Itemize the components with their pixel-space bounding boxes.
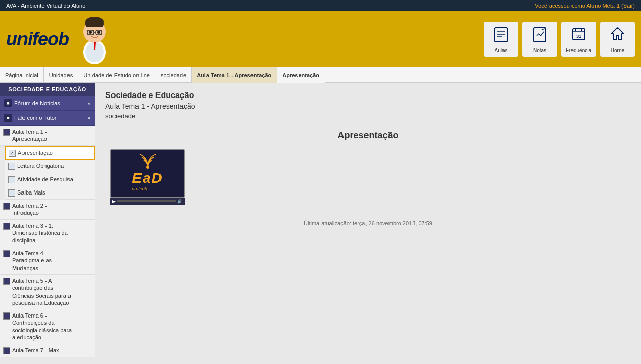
aula3-label: Aula Tema 3 - 1.Dimensão histórica dadis… [12,222,91,244]
aula2-checkbox [3,203,10,210]
top-bar: AVA - Ambiente Virtual do Aluno Você ace… [0,0,641,11]
ead-sub: unifeob [132,186,163,191]
atividade-checkbox [8,176,15,183]
svg-line-16 [542,29,545,30]
forum-arrow: » [87,101,90,106]
sidebar-item-aula2[interactable]: Aula Tema 2 -Introdução [0,200,95,220]
sidebar-title: SOCIEDADE E EDUCAÇÃO [0,83,95,96]
svg-point-9 [97,31,100,34]
sidebar-item-aula6[interactable]: Aula Tema 6 -Contribuições dasociologia … [0,309,95,344]
nav-icons: Aulas Notas 31 Frequência Home [484,22,635,57]
sidebar-item-saiba[interactable]: Saiba Mais [5,186,95,200]
sidebar: SOCIEDADE E EDUCAÇÃO ■ Fórum de Notícias… [0,83,95,364]
forum-label: Fórum de Notícias [14,100,60,106]
sidebar-item-aula7[interactable]: Aula Tema 7 - Max [0,344,95,357]
user-name[interactable]: Aluno Meta 1 (Sair) [586,3,635,9]
notas-icon [532,26,548,45]
svg-rect-4 [85,21,104,27]
fale-label: Fale com o Tutor [14,115,57,121]
user-info: Você acessou como Aluno Meta 1 (Sair) [535,3,635,9]
logo-area: unifeob [6,14,115,65]
fale-icon: ■ [4,114,12,122]
breadcrumb-apresentacao[interactable]: Apresentação [277,67,325,83]
saiba-checkbox [8,189,15,197]
breadcrumb: Página inicial Unidades Unidade de Estud… [0,67,641,83]
svg-text:31: 31 [576,34,581,39]
aula7-checkbox [3,347,10,354]
aula5-label: Aula Tema 5 - Acontribuição dasCiências … [12,277,91,306]
video-progress-bar [117,200,176,202]
sidebar-item-aula1[interactable]: Aula Tema 1 -Apresentação [0,126,95,146]
aula1-label: Aula Tema 1 -Apresentação [12,128,91,143]
frequencia-icon: 31 [570,26,587,45]
frequencia-button[interactable]: 31 Frequência [561,22,596,57]
breadcrumb-aula-tema1[interactable]: Aula Tema 1 - Apresentação [192,67,277,83]
aulas-button[interactable]: Aulas [484,22,518,57]
aulas-icon [493,26,509,45]
frequencia-label: Frequência [566,47,591,53]
aula6-label: Aula Tema 6 -Contribuições dasociologia … [12,312,91,341]
video-thumbnail[interactable]: EaD unifeob [110,149,185,198]
breadcrumb-unidade-estudo[interactable]: Unidade de Estudo on-line [78,67,155,83]
app-title: AVA - Ambiente Virtual do Aluno [6,3,85,9]
sidebar-item-leitura[interactable]: Leitura Obrigatória [5,160,95,173]
breadcrumb-pagina-inicial[interactable]: Página inicial [0,67,44,83]
aula4-label: Aula Tema 4 -Paradigma e asMudanças [12,250,91,272]
svg-rect-11 [495,28,507,42]
home-button[interactable]: Home [600,22,635,57]
volume-button[interactable]: 🔊 [177,199,182,204]
last-update: Última atualização: terça, 26 novembro 2… [105,220,631,226]
svg-marker-22 [611,28,624,40]
apresentacao-checkbox: ✓ [9,150,16,157]
logo[interactable]: unifeob [6,30,69,48]
header: unifeob [0,11,641,67]
content-area: Sociedade e Educação Aula Tema 1 - Apres… [95,83,641,364]
aula1-checkbox [3,129,10,136]
notas-label: Notas [533,47,546,53]
svg-point-23 [146,166,149,169]
breadcrumb-sociedade[interactable]: sociedade [155,67,192,83]
notas-button[interactable]: Notas [522,22,557,57]
forum-button[interactable]: ■ Fórum de Notícias » [0,96,95,111]
svg-point-8 [89,31,92,34]
atividade-label: Atividade de Pesquisa [17,176,91,183]
play-button[interactable]: ▶ [112,199,116,204]
leitura-checkbox [8,163,15,170]
aula3-checkbox [3,223,10,230]
ead-text: EaD [132,170,163,186]
video-controls[interactable]: ▶ 🔊 [110,198,185,205]
sidebar-item-aula5[interactable]: Aula Tema 5 - Acontribuição dasCiências … [0,275,95,309]
sidebar-item-apresentacao[interactable]: ✓ Apresentação [5,146,95,160]
apresentacao-label: Apresentação [18,149,91,156]
sidebar-item-aula3[interactable]: Aula Tema 3 - 1.Dimensão histórica dadis… [0,220,95,247]
user-text: Você acessou como [535,3,586,9]
aula6-checkbox [3,312,10,320]
content-subtitle: Aula Tema 1 - Apresentação [105,102,631,110]
saiba-label: Saiba Mais [17,189,91,196]
main-layout: SOCIEDADE E EDUCAÇÃO ■ Fórum de Notícias… [0,83,641,364]
leitura-label: Leitura Obrigatória [17,162,91,169]
aula4-checkbox [3,250,10,257]
aula2-label: Aula Tema 2 -Introdução [12,202,91,217]
sidebar-item-aula4[interactable]: Aula Tema 4 -Paradigma e asMudanças [0,247,95,275]
aulas-label: Aulas [494,47,507,53]
aula7-label: Aula Tema 7 - Max [12,347,91,354]
fale-arrow: » [87,115,90,121]
presentation-title: Apresentação [105,130,631,141]
aula5-checkbox [3,278,10,285]
home-icon [609,26,626,45]
mascot [74,14,115,65]
forum-icon: ■ [4,99,12,107]
fale-button[interactable]: ■ Fale com o Tutor » [0,111,95,126]
sidebar-item-atividade[interactable]: Atividade de Pesquisa [5,173,95,186]
content-title: Sociedade e Educação [105,91,631,100]
content-section: sociedade [105,112,631,120]
breadcrumb-unidades[interactable]: Unidades [44,67,78,83]
home-label: Home [611,47,625,53]
